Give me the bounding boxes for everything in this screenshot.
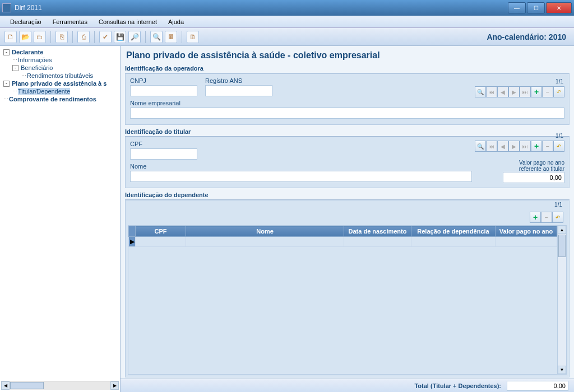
tree-dots-icon: ⋯ <box>3 96 8 102</box>
tb-new-icon[interactable]: 🗋 <box>4 31 17 43</box>
close-button[interactable]: ✕ <box>546 2 572 13</box>
tb-folder-icon[interactable]: 🗀 <box>34 31 46 43</box>
nome-empresarial-input[interactable] <box>130 108 564 119</box>
titular-nome-input[interactable] <box>130 171 472 182</box>
tit-undo-icon[interactable]: ↶ <box>553 141 564 152</box>
tree-expand-icon[interactable]: - <box>3 49 10 55</box>
tree-item-label: Plano privado de assistência à s <box>12 80 107 87</box>
section-dependente: Identificação do dependente 1/1 + − ↶ <box>125 190 570 377</box>
table-row[interactable]: ▶ <box>129 237 557 247</box>
tb-open-icon[interactable]: 📂 <box>19 31 31 43</box>
dep-remove-icon[interactable]: − <box>541 212 552 223</box>
scroll-down-icon[interactable]: ▼ <box>558 366 566 374</box>
valor-pago-input[interactable] <box>503 172 564 183</box>
operadora-count: 1/1 <box>556 78 563 85</box>
op-search-icon[interactable]: 🔍 <box>475 86 486 97</box>
tree-expand-icon[interactable]: - <box>12 65 18 71</box>
tb-copy-icon[interactable]: ⎘ <box>55 31 68 43</box>
valor-pago-label1: Valor pago no ano <box>503 160 564 166</box>
tree-h-scrollbar[interactable]: ◀ ▶ <box>1 381 119 390</box>
tit-last-icon[interactable]: ⏭ <box>520 141 531 152</box>
tb-print-icon[interactable]: ⎙ <box>77 31 90 43</box>
op-first-icon[interactable]: ⏮ <box>486 86 497 97</box>
section-titular-title: Identificação do titular <box>125 127 570 137</box>
nav-tree: -Declarante⋯Informações-Beneficiário⋯Ren… <box>0 46 121 392</box>
section-operadora: Identificação da operadora CNPJ Registro… <box>125 64 570 125</box>
tb-zoom-icon[interactable]: 🔍 <box>150 31 163 43</box>
section-dependente-title: Identificação do dependente <box>125 190 570 200</box>
scroll-up-icon[interactable]: ▲ <box>558 226 566 234</box>
tree-item-1[interactable]: ⋯Informações <box>1 56 119 64</box>
tree-item-6[interactable]: ⋯Comprovante de rendimentos <box>1 95 119 103</box>
op-last-icon[interactable]: ⏭ <box>520 86 531 97</box>
menu-ferramentas[interactable]: Ferramentas <box>47 17 93 26</box>
op-remove-icon[interactable]: − <box>542 86 553 97</box>
op-add-icon[interactable]: + <box>531 86 542 97</box>
cell-nome[interactable] <box>186 237 344 247</box>
registro-ans-input[interactable] <box>205 85 272 96</box>
tb-check-icon[interactable]: ✔ <box>99 31 112 43</box>
tree-dots-icon: ⋯ <box>12 88 17 94</box>
tree-item-2[interactable]: -Beneficiário <box>1 64 119 72</box>
menu-declaracao[interactable]: Declaração <box>4 17 47 26</box>
tree-item-label: Beneficiário <box>21 64 53 71</box>
tree-item-4[interactable]: -Plano privado de assistência à s <box>1 80 119 87</box>
dependente-table[interactable]: CPF Nome Data de nascimento Relação de d… <box>128 226 557 247</box>
app-icon <box>2 3 11 12</box>
cnpj-input[interactable] <box>130 85 197 96</box>
scroll-right-icon[interactable]: ▶ <box>110 381 119 390</box>
tb-doc-icon[interactable]: 🗎 <box>187 31 199 43</box>
tree-item-0[interactable]: -Declarante <box>1 48 119 56</box>
cpf-label: CPF <box>130 141 197 147</box>
scroll-thumb[interactable] <box>10 382 44 389</box>
op-next-icon[interactable]: ▶ <box>508 86 520 97</box>
dep-add-icon[interactable]: + <box>530 212 541 223</box>
menu-consultas[interactable]: Consultas na internet <box>93 17 163 26</box>
col-cpf: CPF <box>136 226 186 237</box>
tree-item-label: Titular/Dependente <box>18 88 70 95</box>
year-label: Ano-calendário: 2010 <box>487 32 571 41</box>
tb-find-icon[interactable]: 🔎 <box>128 31 141 43</box>
row-handle-icon[interactable]: ▶ <box>129 237 136 247</box>
registro-ans-label: Registro ANS <box>205 77 272 84</box>
cell-data-nasc[interactable] <box>344 237 411 247</box>
nome-empresarial-label: Nome empresarial <box>130 100 564 106</box>
total-label: Total (Titular + Dependentes): <box>414 382 501 389</box>
tree-item-5[interactable]: ⋯Titular/Dependente <box>1 87 119 95</box>
col-data-nasc: Data de nascimento <box>344 226 411 237</box>
op-prev-icon[interactable]: ◀ <box>497 86 508 97</box>
col-handle <box>129 226 136 237</box>
toolbar: 🗋 📂 🗀 ⎘ ⎙ ✔ 💾 🔎 🔍 🖩 🗎 Ano-calendário: 20… <box>0 28 574 46</box>
dep-undo-icon[interactable]: ↶ <box>552 212 563 223</box>
cpf-input[interactable] <box>130 148 197 160</box>
tree-expand-icon[interactable]: - <box>3 81 10 87</box>
menu-ajuda[interactable]: Ajuda <box>163 17 189 26</box>
tb-calc-icon[interactable]: 🖩 <box>165 31 177 43</box>
valor-pago-label2: referente ao titular <box>503 166 564 172</box>
table-v-scrollbar[interactable]: ▲ ▼ <box>557 226 566 374</box>
tit-prev-icon[interactable]: ◀ <box>497 141 508 152</box>
titlebar: Dirf 2011 — ☐ ✕ <box>0 0 574 16</box>
tree-item-label: Rendimentos tributáveis <box>27 72 93 79</box>
tit-first-icon[interactable]: ⏮ <box>486 141 497 152</box>
minimize-button[interactable]: — <box>508 2 526 13</box>
menubar: Declaração Ferramentas Consultas na inte… <box>0 16 574 28</box>
cell-valor[interactable] <box>496 237 557 247</box>
tit-search-icon[interactable]: 🔍 <box>475 141 486 152</box>
scroll-left-icon[interactable]: ◀ <box>1 381 10 390</box>
tit-remove-icon[interactable]: − <box>542 141 553 152</box>
dependente-count: 1/1 <box>554 202 562 208</box>
cell-relacao[interactable] <box>411 237 496 247</box>
cell-cpf[interactable] <box>136 237 186 247</box>
tree-item-3[interactable]: ⋯Rendimentos tributáveis <box>1 72 119 80</box>
tb-save-icon[interactable]: 💾 <box>114 31 126 43</box>
maximize-button[interactable]: ☐ <box>527 2 545 13</box>
scroll-thumb[interactable] <box>558 235 566 257</box>
tree-item-label: Declarante <box>12 49 43 55</box>
tit-next-icon[interactable]: ▶ <box>508 141 520 152</box>
section-operadora-title: Identificação da operadora <box>125 64 570 73</box>
tit-add-icon[interactable]: + <box>531 141 542 152</box>
footer-bar: Total (Titular + Dependentes): 0,00 <box>121 379 574 392</box>
page-title: Plano privado de assistência à saúde - c… <box>121 46 574 63</box>
op-undo-icon[interactable]: ↶ <box>553 86 564 97</box>
